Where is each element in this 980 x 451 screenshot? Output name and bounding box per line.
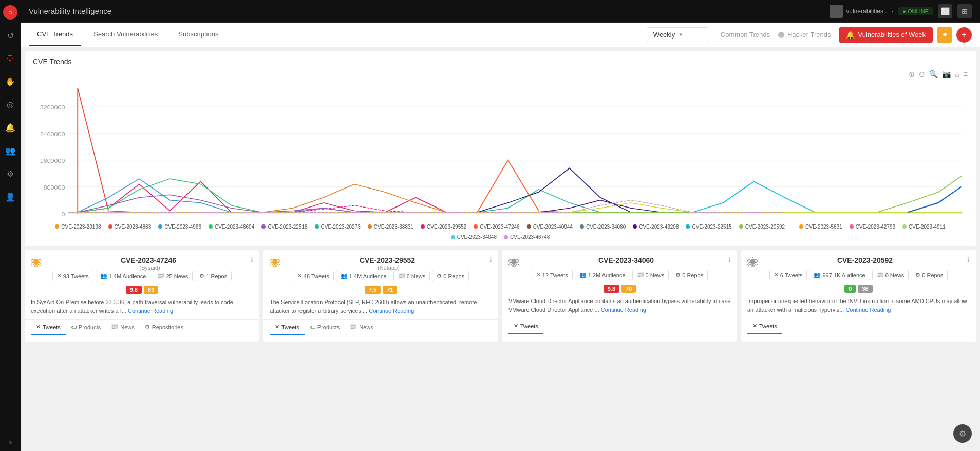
- audience-icon-1: 👥: [341, 273, 348, 279]
- sidebar-expand-button[interactable]: »: [9, 439, 12, 446]
- menu-icon[interactable]: ≡: [964, 70, 968, 78]
- card-tab-news-1[interactable]: 📰 News: [345, 320, 379, 335]
- zoom-in-icon[interactable]: ⊕: [909, 70, 915, 78]
- spider-icon-2: 🕷: [508, 256, 520, 270]
- chart-controls: ⊕ ⊖ 🔍 📷 ⌂ ≡: [33, 70, 968, 78]
- card-desc-0: In SysAid On-Premise before 23.3.36, a p…: [31, 298, 253, 315]
- continue-reading-0[interactable]: Continue Reading: [128, 308, 173, 314]
- card-tab-news-0[interactable]: 📰 News: [106, 320, 140, 335]
- user-info: vulnerabilities... ·: [830, 5, 893, 18]
- home-icon[interactable]: ⌂: [955, 70, 959, 78]
- twitter-icon-0: ✕: [57, 273, 62, 279]
- continue-reading-2[interactable]: Continue Reading: [601, 307, 646, 313]
- sidebar-icon-target[interactable]: ◎: [5, 98, 16, 111]
- github-tab-icon-0: ⚙: [145, 324, 150, 330]
- svg-text:1600000: 1600000: [40, 158, 65, 164]
- tab-cve-trends[interactable]: CVE Trends: [29, 23, 81, 46]
- legend-item: CVE-2023-22515: [686, 222, 731, 231]
- card-tabs-1: ✕ Tweets 🏷 Products 📰 News: [263, 319, 498, 335]
- card-tab-tweets-2[interactable]: ✕ Tweets: [508, 318, 543, 334]
- repos-badge-2: ⚙ 0 Repos: [671, 270, 708, 280]
- legend-item: CVE-2023-22518: [261, 222, 307, 231]
- chart-svg: 0 800000 1600000 2400000 3200000 Oct 17 …: [33, 80, 968, 219]
- sidebar: ○ ↺ 🛡 ✋ ◎ 🔔 👥 ⚙ 👤 »: [0, 0, 21, 451]
- hacker-trends-toggle[interactable]: Hacker Trends: [778, 31, 831, 39]
- audience-badge-1: 👥 1.4M Audience: [336, 271, 391, 281]
- tab-subscriptions[interactable]: Subscriptions: [170, 23, 227, 46]
- camera-icon[interactable]: 📷: [942, 70, 951, 78]
- star-action-button[interactable]: ✦: [937, 27, 952, 43]
- card-tab-products-1[interactable]: 🏷 Products: [305, 320, 345, 335]
- monitor-button[interactable]: ⬜: [938, 4, 952, 18]
- add-action-button[interactable]: +: [956, 27, 972, 43]
- continue-reading-3[interactable]: Continue Reading: [845, 307, 891, 313]
- period-dropdown[interactable]: Weekly ▼: [647, 27, 708, 42]
- sidebar-icon-gear[interactable]: ⚙: [5, 167, 16, 181]
- grid-button[interactable]: ⊞: [957, 4, 972, 18]
- settings-fab-button[interactable]: ⚙: [953, 424, 972, 443]
- vuln-card-1: 🕷 ℹ CVE-2023-29552 (Netapp) ✕ 48 Tweets …: [263, 250, 498, 342]
- app-logo[interactable]: ○: [3, 5, 17, 20]
- repos-badge-1: ⚙ 0 Repos: [432, 271, 469, 281]
- audience-badge-0: 👥 1.4M Audience: [96, 271, 151, 281]
- legend-item: CVE-2023-38831: [368, 222, 413, 231]
- card-tabs-2: ✕ Tweets: [502, 318, 737, 334]
- card-cve-1: CVE-2023-29552: [285, 256, 492, 265]
- card-tab-repos-0[interactable]: ⚙ Repositories: [140, 320, 189, 335]
- tab-search-vulnerabilities[interactable]: Search Vulnerabilities: [85, 23, 166, 46]
- info-icon-2[interactable]: ℹ: [728, 256, 731, 264]
- online-status: ● ONLINE: [898, 7, 933, 15]
- twitter-icon-3: ✕: [774, 272, 779, 278]
- svg-text:800000: 800000: [44, 185, 65, 191]
- score1-badge-1: 7.5: [365, 286, 381, 294]
- news-icon-0: 📰: [157, 273, 164, 279]
- info-icon-0[interactable]: ℹ: [251, 256, 253, 264]
- audience-icon-3: 👥: [814, 272, 821, 278]
- spider-icon-1: 🕷: [270, 256, 281, 270]
- news-tab-icon-0: 📰: [111, 324, 118, 330]
- card-desc-1: The Service Location Protocol (SLP, RFC …: [270, 298, 492, 315]
- sidebar-icon-hand[interactable]: ✋: [3, 74, 17, 88]
- continue-reading-1[interactable]: Continue Reading: [369, 308, 414, 314]
- chart-legend: CVE-2023-20198 CVE-2023-4863 CVE-2023-49…: [33, 222, 968, 240]
- zoom-out-icon[interactable]: ⊖: [919, 70, 925, 78]
- twitter-icon-2: ✕: [536, 272, 541, 278]
- legend-item: CVE-2023-46748: [504, 234, 550, 240]
- twitter-tab-icon-3: ✕: [752, 323, 757, 329]
- tweets-badge-3: ✕ 6 Tweets: [769, 270, 807, 280]
- audience-icon-2: 👥: [579, 272, 587, 278]
- cards-section: 🕷 ℹ CVE-2023-47246 (Sysaid) ✕ 93 Tweets …: [25, 250, 976, 342]
- card-tab-tweets-1[interactable]: ✕ Tweets: [270, 320, 305, 335]
- hacker-trends-label: Hacker Trends: [787, 31, 831, 39]
- sidebar-icon-user[interactable]: 👤: [3, 190, 17, 204]
- news-badge-0: 📰 25 News: [153, 271, 193, 281]
- period-value: Weekly: [653, 31, 675, 39]
- sidebar-icon-bell[interactable]: 🔔: [3, 121, 17, 135]
- score1-badge-2: 9.8: [604, 285, 619, 293]
- card-tabs-0: ✕ Tweets 🏷 Products 📰 News ⚙ Repositorie…: [25, 319, 259, 335]
- vulnerabilities-of-week-button[interactable]: 🔔 Vulnerabilities of Week: [839, 27, 933, 43]
- sidebar-icon-shield[interactable]: 🛡: [4, 52, 16, 65]
- legend-item: CVE-2023-20592: [739, 222, 785, 231]
- legend-item: CVE-2023-20273: [315, 222, 361, 231]
- legend-item: CVE-2023-4966: [158, 222, 201, 231]
- sidebar-icon-group[interactable]: 👥: [3, 144, 17, 158]
- tweets-badge-1: ✕ 48 Tweets: [293, 271, 334, 281]
- tweets-badge-2: ✕ 12 Tweets: [532, 270, 573, 280]
- card-tab-products-0[interactable]: 🏷 Products: [66, 320, 106, 335]
- info-icon-1[interactable]: ℹ: [489, 256, 492, 264]
- score1-badge-0: 9.8: [126, 286, 142, 294]
- info-icon-3[interactable]: ℹ: [967, 256, 970, 264]
- sidebar-icon-refresh[interactable]: ↺: [5, 29, 16, 43]
- search-icon[interactable]: 🔍: [929, 70, 938, 78]
- card-tab-tweets-0[interactable]: ✕ Tweets: [31, 320, 66, 335]
- spider-icon-3: 🕷: [747, 256, 759, 270]
- repo-icon-0: ⚙: [199, 273, 204, 279]
- card-header-0: ℹ CVE-2023-47246 (Sysaid): [46, 256, 253, 271]
- card-header-2: ℹ CVE-2023-34060: [524, 256, 731, 265]
- score-badges-1: 7.5 71: [270, 286, 492, 294]
- card-tab-tweets-3[interactable]: ✕ Tweets: [747, 318, 782, 334]
- legend-item: CVE-2023-34060: [580, 222, 626, 231]
- twitter-tab-icon-2: ✕: [514, 323, 518, 329]
- app-title: Vulnerability Intelligence: [29, 7, 830, 15]
